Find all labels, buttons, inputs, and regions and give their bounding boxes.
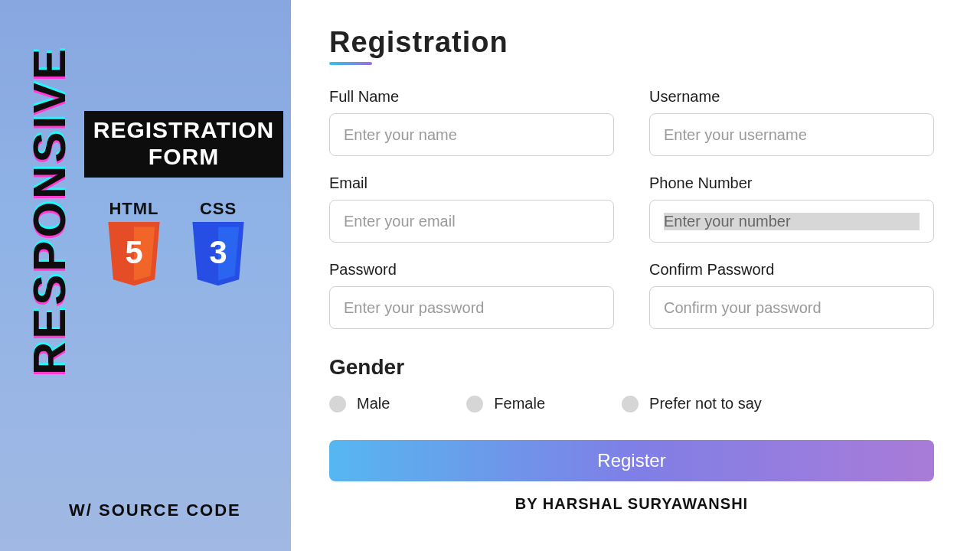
field-confirm: Confirm Password <box>649 261 934 329</box>
field-password: Password <box>329 261 614 329</box>
html5-icon: 5 <box>103 222 165 289</box>
svg-text:5: 5 <box>125 234 142 270</box>
input-email[interactable] <box>329 200 614 243</box>
title-underline <box>329 62 372 65</box>
responsive-word: RESPONSIVE <box>23 46 76 375</box>
radio-label-female: Female <box>494 395 545 412</box>
label-fullname: Full Name <box>329 88 614 106</box>
radio-icon <box>466 396 483 412</box>
input-fullname[interactable] <box>329 113 614 156</box>
source-code-caption: W/ SOURCE CODE <box>69 500 241 520</box>
register-button[interactable]: Register <box>329 440 934 481</box>
title-box-line2: FORM <box>89 144 279 171</box>
label-phone: Phone Number <box>649 174 934 192</box>
radio-male[interactable]: Male <box>329 395 390 412</box>
field-username: Username <box>649 88 934 156</box>
tech-logos: HTML 5 CSS 3 <box>103 199 249 289</box>
gender-options: Male Female Prefer not to say <box>329 395 934 412</box>
byline: BY HARSHAL SURYAWANSHI <box>329 495 934 513</box>
title-box: REGISTRATION FORM <box>84 111 283 178</box>
title-box-line1: REGISTRATION <box>89 117 279 144</box>
field-phone: Phone Number <box>649 174 934 243</box>
form-title: Registration <box>329 26 508 64</box>
svg-text:3: 3 <box>209 234 227 270</box>
label-password: Password <box>329 261 614 279</box>
promo-panel: RESPONSIVE REGISTRATION FORM HTML 5 CSS … <box>0 0 291 551</box>
field-fullname: Full Name <box>329 88 614 156</box>
input-confirm[interactable] <box>649 286 934 329</box>
form-panel: Registration Full Name Username Email Ph… <box>291 0 980 551</box>
html-label: HTML <box>109 199 158 219</box>
css-label: CSS <box>200 199 237 219</box>
radio-label-prefer: Prefer not to say <box>649 395 762 412</box>
input-password[interactable] <box>329 286 614 329</box>
input-username[interactable] <box>649 113 934 156</box>
radio-icon <box>622 396 639 412</box>
radio-icon <box>329 396 346 412</box>
radio-female[interactable]: Female <box>466 395 545 412</box>
field-email: Email <box>329 174 614 243</box>
label-confirm: Confirm Password <box>649 261 934 279</box>
radio-prefer-not[interactable]: Prefer not to say <box>622 395 762 412</box>
input-phone[interactable] <box>649 200 934 243</box>
gender-title: Gender <box>329 355 934 380</box>
css3-icon: 3 <box>188 222 249 289</box>
radio-label-male: Male <box>357 395 390 412</box>
label-email: Email <box>329 174 614 192</box>
field-grid: Full Name Username Email Phone Number Pa… <box>329 88 934 329</box>
label-username: Username <box>649 88 934 106</box>
